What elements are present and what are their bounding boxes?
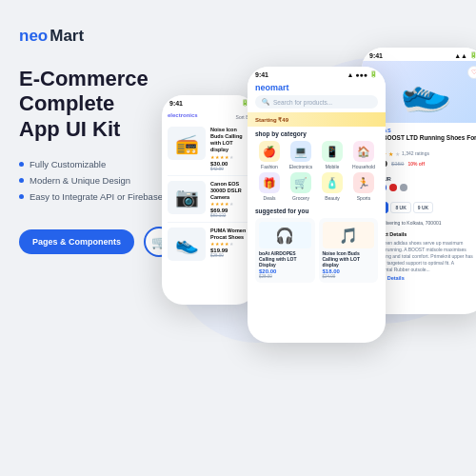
cat-icon-beauty: 🧴 [322, 172, 343, 193]
status-bar-main: 9:41 ▲ ●●● 🔋 [248, 67, 386, 80]
elec-product-3[interactable]: 👟 PUMA Women Procat Shoes ★★★★★ $19.99 $… [168, 228, 251, 265]
category-grocery[interactable]: 🛒 Grocery [287, 172, 315, 201]
product-name-2: Noise Icon Buds Calling with LOT display [323, 250, 375, 268]
phones-area: 9:41 ▲ ●●● 🔋 neomart 🔍 Search for produc… [162, 19, 476, 466]
brand-mart: Mart [50, 27, 84, 46]
feature-1: Fully Customizable [19, 159, 181, 169]
cat-label-fashion: Fashion [261, 164, 278, 169]
deliver-text: delivering to Kolkata, 700001 [380, 220, 442, 226]
status-icons: ▲ ●●● 🔋 [347, 70, 378, 78]
status-bar-detail: 9:41 ▲▲ 🔋 [362, 48, 476, 61]
product-old-price-2: $24.00 [323, 274, 375, 279]
elec-info-3: PUMA Women Procat Shoes ★★★★★ $19.99 $28… [210, 228, 251, 261]
search-icon: 🔍 [262, 98, 269, 106]
headline-line1: E-Commerce [19, 67, 181, 91]
feature-3: Easy to Integrate API or Firebase [19, 191, 181, 202]
elec-name-3: PUMA Women Procat Shoes [210, 228, 251, 241]
category-section: shop by category 🍎 Fashion 💻 Electronics… [248, 127, 386, 205]
cat-label-electronics: Electronics [289, 164, 312, 169]
brand-logo: neo Mart [19, 27, 181, 46]
cat-label-household: Household [352, 164, 375, 169]
feature-dot-1 [19, 162, 24, 167]
wishlist-button[interactable]: ♡ [467, 66, 476, 79]
elec-old-1: $42.00 [210, 167, 251, 171]
elec-info-1: Noise Icon Buds Calling with LOT display… [210, 127, 251, 171]
headline: E-Commerce Complete App UI Kit [19, 67, 181, 142]
cta-button[interactable]: Pages & Components [19, 229, 134, 254]
category-beauty[interactable]: 🧴 Beauty [318, 172, 347, 201]
phone-main-header: neomart 🔍 Search for products... [248, 80, 386, 112]
category-electronics[interactable]: 💻 Electronics [287, 141, 315, 169]
color-red[interactable] [389, 184, 397, 191]
feature-dot-3 [19, 194, 24, 199]
category-household[interactable]: 🏠 Household [349, 141, 378, 169]
elec-stars-1: ★★★★★ [210, 154, 251, 160]
elec-header: electronics Sort By [162, 109, 257, 123]
cat-icon-household: 🏠 [353, 141, 374, 162]
elec-product-1[interactable]: 📻 Noise Icon Buds Calling with LOT displ… [168, 127, 251, 176]
banner-strip: Starting ₹49 [248, 112, 386, 127]
old-price: $350 [391, 161, 404, 167]
discount-badge: 10% off [407, 161, 425, 167]
features-list: Fully Customizable Modern & Unique Desig… [19, 159, 181, 202]
category-fashion[interactable]: 🍎 Fashion [255, 141, 284, 169]
cat-icon-grocery: 🛒 [290, 172, 311, 193]
cat-label-beauty: Beauty [325, 195, 340, 201]
cat-label-grocery: Grocery [292, 195, 309, 201]
elec-img-1: 📻 [168, 127, 206, 160]
product-name-1: boAt AIRDOPES Calling with LOT Display [259, 250, 311, 268]
elec-stars-3: ★★★★★ [210, 241, 251, 247]
star-4: ★ [388, 150, 393, 157]
category-deals[interactable]: 🎁 Deals [255, 172, 284, 201]
category-grid: 🍎 Fashion 💻 Electronics 📱 Mobile 🏠 House… [255, 141, 378, 201]
cat-icon-deals: 🎁 [259, 172, 280, 193]
cat-icon-sports: 🏃 [353, 172, 374, 193]
cat-icon-fashion: 🍎 [259, 141, 280, 162]
phone-brand: neomart [255, 83, 378, 92]
cat-icon-mobile: 📱 [322, 141, 343, 162]
category-mobile[interactable]: 📱 Mobile [318, 141, 347, 169]
size-8uk[interactable]: 8 UK [390, 202, 410, 213]
star-5: ★ [395, 150, 400, 157]
elec-name-2: Canon EOS 3000D DSLR Camera [210, 181, 251, 201]
feature-2: Modern & Unique Design [19, 175, 181, 186]
product-card-2[interactable]: 🎵 Noise Icon Buds Calling with LOT displ… [319, 218, 379, 283]
cat-icon-electronics: 💻 [290, 141, 311, 162]
elec-img-2: 📷 [168, 181, 206, 214]
cat-label-deals: Deals [264, 195, 276, 201]
cat-label-sports: Sports [357, 195, 370, 201]
suggested-label: suggested for you [255, 208, 378, 214]
shop-by-label: shop by category [255, 130, 378, 137]
color-gray[interactable] [400, 184, 407, 191]
suggested-section: suggested for you 🎧 boAt AIRDOPES Callin… [248, 205, 386, 286]
rating-count: 1,342 ratings [402, 150, 429, 156]
suggested-grid: 🎧 boAt AIRDOPES Calling with LOT Display… [255, 218, 378, 283]
elec-stars-2: ★★★★★ [210, 201, 251, 207]
cat-label-mobile: Mobile [326, 164, 340, 169]
elec-info-2: Canon EOS 3000D DSLR Camera ★★★★★ $69.99… [210, 181, 251, 218]
product-card-1[interactable]: 🎧 boAt AIRDOPES Calling with LOT Display… [255, 218, 315, 283]
phone-electronics: 9:41 🔋 electronics Sort By 📻 Noise Icon … [162, 95, 257, 305]
feature-dot-2 [19, 178, 24, 183]
product-img-1: 🎧 [259, 222, 311, 248]
elec-old-2: $83.132 [210, 213, 251, 218]
elec-name-1: Noise Icon Buds Calling with LOT display [210, 127, 251, 154]
product-old-price-1: $28.00 [259, 274, 311, 279]
headline-line2: Complete [19, 91, 181, 116]
product-img-2: 🎵 [323, 222, 375, 248]
status-bar-elec: 9:41 🔋 [162, 95, 257, 109]
category-sports[interactable]: 🏃 Sports [349, 172, 378, 201]
electronics-tag: electronics [168, 112, 198, 118]
elec-old-3: $28.00 [210, 253, 251, 258]
elec-product-2[interactable]: 📷 Canon EOS 3000D DSLR Camera ★★★★★ $69.… [168, 181, 251, 223]
shoe-emoji: 👟 [394, 63, 454, 121]
phone-main: 9:41 ▲ ●●● 🔋 neomart 🔍 Search for produc… [248, 67, 386, 343]
search-bar[interactable]: 🔍 Search for products... [255, 95, 378, 109]
brand-neo: neo [19, 27, 48, 46]
size-9uk[interactable]: 9 UK [413, 202, 433, 213]
headline-line3: App UI Kit [19, 117, 181, 142]
electronics-products: 📻 Noise Icon Buds Calling with LOT displ… [162, 123, 257, 273]
elec-img-3: 👟 [168, 228, 206, 261]
cta-row: Pages & Components 🛒 [19, 227, 181, 257]
